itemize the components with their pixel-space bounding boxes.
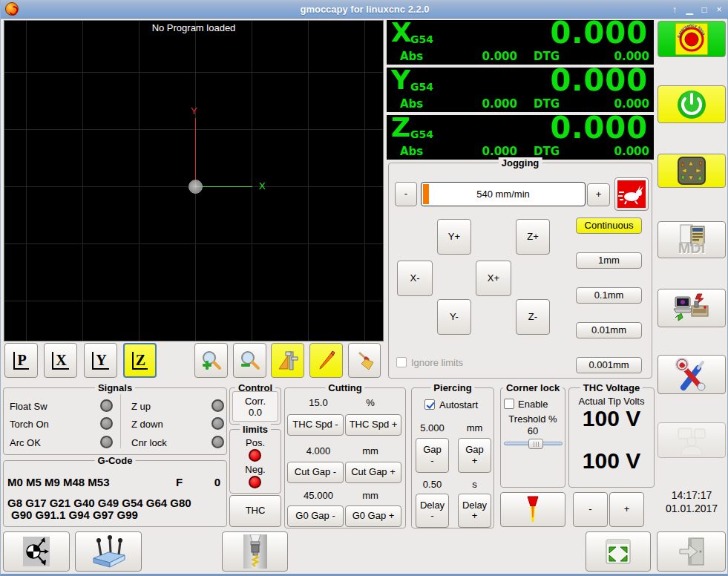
correction-label: Corr. — [245, 396, 266, 407]
machine-on-button[interactable] — [658, 85, 726, 123]
pos-limit-label: Pos. — [246, 437, 265, 448]
abs-value: 0.000 — [453, 97, 517, 111]
gcode-preview[interactable]: No Program loaded Y X — [4, 20, 384, 341]
cut-gap-unit: mm — [355, 445, 385, 456]
jog-z-minus-button[interactable]: Z- — [516, 299, 550, 335]
auto-mode-button[interactable] — [658, 289, 726, 327]
run-program-icon — [672, 292, 711, 324]
jog-x-plus-button[interactable]: X+ — [476, 261, 511, 296]
z-down-led — [211, 417, 224, 430]
jog-z-plus-button[interactable]: Z+ — [516, 219, 550, 255]
settings-button[interactable] — [658, 355, 726, 394]
jog-speed-plus-button[interactable]: + — [587, 183, 610, 206]
coord-system: G54 — [410, 81, 433, 93]
pierce-gap-plus-button[interactable]: Gap+ — [458, 438, 491, 473]
thc-voltage-plus-button[interactable]: + — [609, 492, 644, 527]
rapid-override-button[interactable] — [614, 177, 649, 211]
dro-axis-y[interactable]: Y G54 0.000 Abs 0.000 DTG 0.000 — [387, 68, 654, 112]
torch-flame-icon — [522, 495, 544, 525]
zoom-in-icon — [200, 350, 223, 372]
jog-increment-0.01mm-button[interactable]: 0.01mm — [576, 322, 642, 338]
exit-button[interactable] — [657, 531, 726, 572]
treshold-slider-handle[interactable] — [528, 439, 543, 449]
pierce-gap-value: 5.000 — [416, 422, 449, 433]
thc-enable-button[interactable]: THC — [229, 495, 281, 527]
abs-label: Abs — [400, 97, 423, 111]
g0-gap-plus-button[interactable]: G0 Gap + — [345, 505, 401, 527]
dtg-label: DTG — [534, 50, 560, 63]
thc-speed-unit: % — [355, 397, 385, 408]
clock: 14:17:17 01.01.2017 — [658, 488, 726, 515]
dtg-value: 0.000 — [614, 50, 649, 63]
show-dimensions-button[interactable] — [271, 343, 304, 378]
corner-lock-enable-checkbox[interactable] — [504, 399, 514, 409]
corner-lock-enable-label: Enable — [518, 399, 548, 410]
cut-gap-value: 4.000 — [300, 445, 337, 456]
jog-continuous-button[interactable]: Continuous — [576, 217, 642, 234]
pierce-delay-plus-button[interactable]: Delay+ — [458, 494, 491, 528]
shade-window-button[interactable]: ↑ — [669, 4, 680, 15]
pierce-delay-minus-button[interactable]: Delay- — [416, 494, 449, 528]
draw-path-button[interactable] — [309, 343, 343, 378]
z-up-led — [211, 399, 224, 412]
corner-lock-title: Corner lock — [503, 382, 563, 393]
jog-y-plus-button[interactable]: Y+ — [437, 219, 471, 255]
jog-y-minus-button[interactable]: Y- — [437, 299, 471, 335]
jog-x-minus-button[interactable]: X- — [397, 261, 433, 296]
jog-speed-fill — [423, 184, 429, 204]
jog-speed-minus-button[interactable]: - — [395, 182, 417, 206]
autostart-checkbox[interactable] — [424, 399, 435, 410]
touch-off-button[interactable] — [3, 531, 70, 572]
view-perspective-button[interactable]: P — [4, 343, 38, 378]
jog-speed-bar[interactable]: 540 mm/min — [421, 182, 586, 206]
cut-gap-plus-button[interactable]: Cut Gap + — [345, 462, 401, 483]
cnr-lock-led — [211, 436, 224, 448]
minimize-button[interactable]: ▁ — [684, 4, 695, 15]
view-y-button[interactable]: Y — [84, 343, 117, 378]
ignore-limits-checkbox[interactable] — [396, 357, 407, 367]
mdi-label: MDI — [658, 240, 725, 256]
user-icon — [671, 425, 712, 455]
view-x-button[interactable]: X — [44, 343, 77, 378]
mdi-mode-button[interactable]: MDI — [658, 221, 726, 258]
axis-letter: X — [391, 17, 412, 48]
thc-voltage-minus-button[interactable]: - — [573, 492, 608, 527]
gmoccapy-window: gmoccapy for linuxcnc 2.2.0 ↑ ▁ □ × No P… — [0, 0, 728, 576]
thc-speed-minus-button[interactable]: THC Spd - — [287, 414, 344, 436]
tool-measure-button[interactable] — [222, 531, 288, 572]
signal-z-down-label: Z down — [131, 419, 163, 430]
pierce-gap-minus-button[interactable]: Gap- — [416, 438, 449, 473]
fullscreen-button[interactable] — [586, 531, 651, 572]
emergency-stop-icon: Emergency Stop — [675, 23, 708, 55]
jog-increment-0.1mm-button[interactable]: 0.1mm — [576, 287, 642, 304]
y-axis-line — [195, 118, 196, 186]
view-z-button[interactable]: Z — [123, 343, 157, 378]
manual-mode-button[interactable] — [658, 154, 726, 188]
signals-panel: Signals Float Sw Torch On Arc OK Z up Z … — [3, 387, 227, 455]
touch-plate-button[interactable] — [75, 531, 142, 572]
g0-gap-minus-button[interactable]: G0 Gap - — [287, 505, 344, 527]
dro-axis-z[interactable]: Z G54 0.000 Abs 0.000 DTG 0.000 — [387, 115, 654, 160]
jog-increment-0.001mm-button[interactable]: 0.001mm — [576, 357, 642, 373]
treshold-slider[interactable] — [504, 442, 563, 445]
jog-increment-1mm-button[interactable]: 1mm — [576, 252, 642, 269]
clock-date: 01.01.2017 — [658, 502, 726, 515]
dro-axis-x[interactable]: X G54 0.000 Abs 0.000 DTG 0.000 — [387, 20, 654, 65]
cut-gap-minus-button[interactable]: Cut Gap - — [287, 462, 344, 483]
control-panel: Control Corr. 0.0 — [229, 387, 281, 425]
zoom-in-button[interactable] — [194, 343, 228, 378]
close-button[interactable]: × — [714, 4, 724, 15]
ignore-limits-label: Ignore limits — [411, 357, 463, 368]
x-axis-label: X — [259, 180, 266, 192]
spindle-chuck-icon — [240, 534, 270, 569]
neg-limit-led — [249, 476, 261, 488]
zoom-out-button[interactable] — [233, 343, 266, 378]
clear-preview-button[interactable] — [348, 343, 381, 378]
maximize-button[interactable]: □ — [699, 4, 709, 15]
thc-speed-plus-button[interactable]: THC Spd + — [345, 414, 401, 436]
thc-voltage-panel: THC Voltage Actual Tip Volts 100 V 100 V — [568, 387, 655, 488]
torch-test-button[interactable] — [500, 492, 565, 527]
estop-button[interactable]: Emergency Stop — [658, 21, 726, 57]
dtg-label: DTG — [534, 145, 560, 158]
active-gcodes-line2: G90 G91.1 G94 G97 G99 — [11, 508, 138, 521]
